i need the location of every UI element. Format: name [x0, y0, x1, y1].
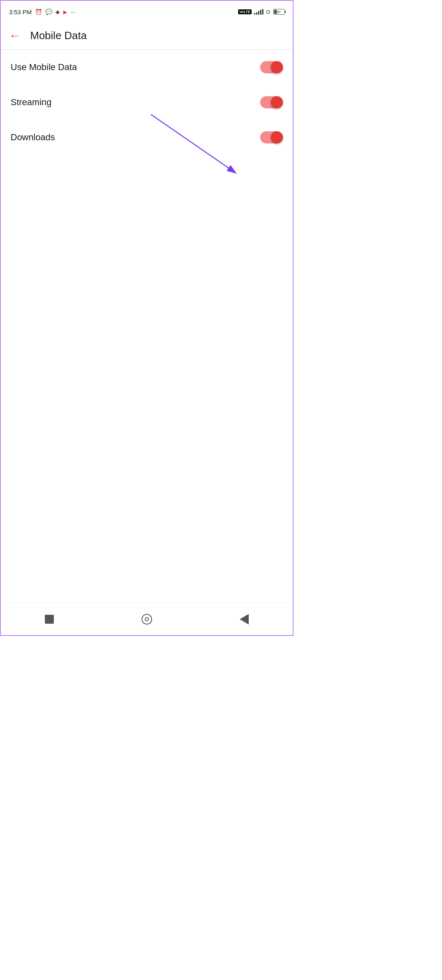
volte-icon: VoLTE — [238, 9, 252, 14]
recents-button[interactable] — [37, 607, 62, 631]
status-bar: 3:53 PM ⏰ 💬 ◈ ▶ ··· VoLTE ⊙ 27 — [1, 1, 293, 22]
battery-icon: 27 — [273, 9, 285, 15]
home-button[interactable] — [135, 607, 159, 631]
recents-icon — [45, 615, 54, 624]
navigation-bar — [1, 603, 293, 635]
time-text: 3:53 PM — [9, 9, 32, 15]
more-icon: ··· — [71, 9, 75, 15]
status-indicators: VoLTE ⊙ 27 — [238, 9, 285, 15]
back-nav-button[interactable] — [232, 607, 256, 631]
home-icon-inner — [145, 617, 149, 621]
whatsapp-icon: 💬 — [45, 9, 52, 15]
layers-icon: ◈ — [55, 9, 60, 15]
youtube-icon: ▶ — [63, 9, 67, 15]
downloads-toggle[interactable] — [260, 131, 283, 143]
streaming-label: Streaming — [11, 97, 51, 108]
use-mobile-data-label: Use Mobile Data — [11, 62, 77, 73]
use-mobile-data-item: Use Mobile Data — [1, 50, 293, 85]
page-title: Mobile Data — [30, 29, 87, 42]
home-icon — [141, 614, 152, 625]
downloads-item: Downloads — [1, 120, 293, 155]
wifi-icon: ⊙ — [266, 9, 271, 15]
streaming-item: Streaming — [1, 85, 293, 120]
use-mobile-data-toggle[interactable] — [260, 61, 283, 73]
streaming-toggle[interactable] — [260, 96, 283, 108]
toggle-thumb — [271, 96, 283, 108]
status-time: 3:53 PM ⏰ 💬 ◈ ▶ ··· — [9, 9, 75, 15]
back-icon — [240, 614, 249, 625]
page-header: ← Mobile Data — [1, 22, 293, 50]
toggle-thumb — [271, 61, 283, 73]
back-button[interactable]: ← — [9, 30, 20, 42]
signal-icon — [254, 9, 263, 15]
toggle-thumb — [271, 131, 283, 143]
downloads-label: Downloads — [11, 132, 55, 143]
alarm-icon: ⏰ — [35, 9, 42, 15]
settings-list: Use Mobile Data Streaming Downloads — [1, 50, 293, 155]
